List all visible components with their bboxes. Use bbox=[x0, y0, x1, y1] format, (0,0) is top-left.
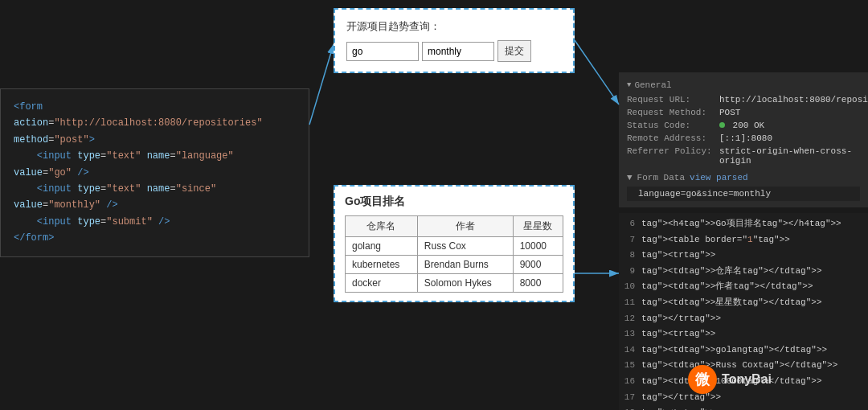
line-content: tag"><tdtag">>仓库名tag"></tdtag">> bbox=[641, 264, 822, 279]
line-number: 17 bbox=[619, 391, 641, 405]
source-line: 12 tag"></trtag">> bbox=[619, 311, 868, 327]
line-number: 16 bbox=[619, 375, 641, 389]
view-parsed-link[interactable]: view parsed bbox=[690, 173, 748, 182]
line-number: 8 bbox=[619, 248, 641, 263]
line-content: tag"><trtag">> bbox=[641, 248, 715, 263]
watermark: 微 TonyBai bbox=[688, 365, 772, 394]
table-row: golang Russ Cox 10000 bbox=[346, 237, 563, 256]
cell-author-1: Russ Cox bbox=[417, 237, 513, 256]
line-number: 14 bbox=[619, 343, 641, 358]
watermark-text: TonyBai bbox=[722, 372, 772, 387]
devtools-form-title: ▼ Form Data view parsed bbox=[619, 170, 868, 185]
chevron-down-icon: ▼ bbox=[627, 81, 631, 89]
line-number: 6 bbox=[619, 217, 641, 232]
chevron-down-icon-2: ▼ bbox=[627, 173, 633, 182]
devtools-method-row: Request Method: POST bbox=[619, 106, 868, 119]
source-line: 6tag"><h4tag">>Go项目排名tag"></h4tag">> bbox=[619, 216, 868, 232]
line-content: tag"><table border="1"tag">> bbox=[641, 233, 790, 248]
source-line: 10 tag"><tdtag">>作者tag"></tdtag">> bbox=[619, 279, 868, 295]
devtools-referrer-row: Referrer Policy: strict-origin-when-cros… bbox=[619, 145, 868, 167]
submit-button[interactable]: 提交 bbox=[497, 40, 531, 62]
arrow-form-to-devtools bbox=[575, 40, 619, 105]
cell-author-3: Solomon Hykes bbox=[417, 274, 513, 293]
line-number: 10 bbox=[619, 280, 641, 294]
line-content: tag"><tdtag">>作者tag"></tdtag">> bbox=[641, 280, 813, 294]
cell-stars-3: 8000 bbox=[513, 274, 563, 293]
line-number: 7 bbox=[619, 233, 641, 248]
devtools-remote-row: Remote Address: [::1]:8080 bbox=[619, 132, 868, 145]
cell-stars-2: 9000 bbox=[513, 256, 563, 274]
line-number: 11 bbox=[619, 296, 641, 310]
table-header-row: 仓库名 作者 星星数 bbox=[346, 216, 563, 237]
line-number: 12 bbox=[619, 312, 641, 326]
code-panel: <form action="http://localhost:8080/repo… bbox=[0, 88, 309, 257]
search-form-box: 开源项目趋势查询： 提交 bbox=[334, 8, 575, 73]
language-input[interactable] bbox=[346, 42, 419, 61]
line-number: 18 bbox=[619, 406, 641, 410]
cell-author-2: Brendan Burns bbox=[417, 256, 513, 274]
results-table: 仓库名 作者 星星数 golang Russ Cox 10000 kuberne… bbox=[345, 215, 563, 293]
results-title: Go项目排名 bbox=[345, 195, 563, 209]
line-content: tag"><tdtag">>星星数tag"></tdtag">> bbox=[641, 296, 822, 310]
cell-repo-3: docker bbox=[346, 274, 418, 293]
devtools-general-title: ▼ General bbox=[619, 77, 868, 93]
cell-stars-1: 10000 bbox=[513, 237, 563, 256]
line-content: tag"></trtag">> bbox=[641, 312, 721, 326]
status-dot bbox=[719, 122, 725, 128]
source-line: 13 tag"><trtag">> bbox=[619, 326, 868, 342]
cell-repo-2: kubernetes bbox=[346, 256, 418, 274]
line-content: tag"><h4tag">>Go项目排名tag"></h4tag">> bbox=[641, 217, 841, 232]
devtools-url-row: Request URL: http://localhost:8080/repos… bbox=[619, 93, 868, 106]
col-header-author: 作者 bbox=[417, 216, 513, 237]
source-line: 14 tag"><tdtag">>golangtag"></tdtag">> bbox=[619, 342, 868, 359]
line-number: 15 bbox=[619, 359, 641, 373]
since-input[interactable] bbox=[422, 42, 494, 61]
line-content: tag"><tdtag">>golangtag"></tdtag">> bbox=[641, 343, 827, 358]
search-form-inputs: 提交 bbox=[346, 40, 562, 62]
table-row: docker Solomon Hykes 8000 bbox=[346, 274, 563, 293]
results-box: Go项目排名 仓库名 作者 星星数 golang Russ Cox 10000 … bbox=[334, 185, 575, 302]
source-line: 18 tag"><trtag">> bbox=[619, 405, 868, 410]
search-form-title: 开源项目趋势查询： bbox=[346, 19, 562, 34]
line-content: tag"><trtag">> bbox=[641, 406, 715, 410]
source-line: 11 tag"><tdtag">>星星数tag"></tdtag">> bbox=[619, 295, 868, 311]
line-number: 9 bbox=[619, 264, 641, 279]
source-line: 9 tag"><tdtag">>仓库名tag"></tdtag">> bbox=[619, 264, 868, 280]
cell-repo-1: golang bbox=[346, 237, 418, 256]
form-data-value: language=go&since=monthly bbox=[627, 187, 860, 201]
watermark-icon: 微 bbox=[688, 365, 717, 394]
devtools-form-section: ▼ Form Data view parsed language=go&sinc… bbox=[619, 170, 868, 201]
table-row: kubernetes Brendan Burns 9000 bbox=[346, 256, 563, 274]
devtools-status-row: Status Code: 200 OK bbox=[619, 119, 868, 132]
col-header-repo: 仓库名 bbox=[346, 216, 418, 237]
line-content: tag"><trtag">> bbox=[641, 327, 715, 342]
source-line: 7tag"><table border="1"tag">> bbox=[619, 232, 868, 248]
line-number: 13 bbox=[619, 327, 641, 342]
col-header-stars: 星星数 bbox=[513, 216, 563, 237]
devtools-panel: ▼ General Request URL: http://localhost:… bbox=[619, 72, 868, 207]
arrow-code-to-form bbox=[309, 44, 334, 125]
source-line: 8 tag"><trtag">> bbox=[619, 248, 868, 264]
